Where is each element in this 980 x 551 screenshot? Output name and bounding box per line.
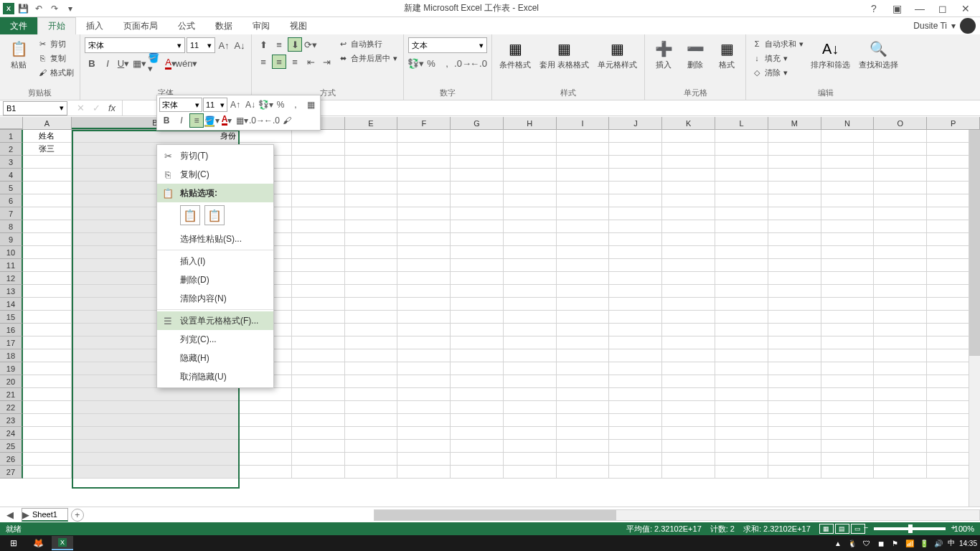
cell[interactable] (662, 220, 715, 233)
save-icon[interactable]: 💾 (16, 1, 30, 16)
cell[interactable] (397, 427, 451, 440)
col-header-n[interactable]: N (821, 117, 875, 129)
cell[interactable] (609, 349, 662, 362)
cell[interactable] (345, 466, 398, 479)
cell[interactable] (345, 143, 398, 156)
cell[interactable] (557, 143, 610, 156)
mini-format-painter-icon[interactable]: 🖌 (280, 113, 294, 128)
cell[interactable] (715, 388, 768, 401)
cell[interactable] (821, 259, 875, 272)
mini-border-icon[interactable]: ▦▾ (235, 113, 249, 128)
cell[interactable] (662, 259, 715, 272)
menu-unhide[interactable]: 取消隐藏(U) (157, 367, 273, 386)
menu-insert[interactable]: 插入(I) (157, 252, 273, 270)
cell[interactable] (504, 169, 557, 182)
cell[interactable] (504, 336, 557, 349)
cell[interactable] (504, 311, 557, 324)
cell[interactable] (397, 233, 451, 246)
cell[interactable] (874, 182, 927, 194)
italic-button[interactable]: I (100, 56, 115, 70)
cell[interactable] (292, 207, 345, 220)
wrap-text-button[interactable]: ↩自动换行 (336, 37, 399, 50)
shrink-font-icon[interactable]: A↓ (232, 38, 247, 52)
cell[interactable]: 身份 (72, 130, 239, 143)
grow-font-icon[interactable]: A↑ (217, 38, 231, 52)
cell[interactable] (72, 401, 239, 414)
cell[interactable] (768, 324, 821, 336)
cell[interactable] (557, 349, 610, 362)
cell[interactable] (504, 401, 557, 414)
cell[interactable] (23, 182, 72, 194)
cell[interactable] (821, 362, 875, 375)
cell[interactable] (292, 414, 345, 427)
cell[interactable] (821, 285, 875, 298)
cell[interactable] (768, 285, 821, 298)
cell[interactable] (345, 285, 398, 298)
phonetic-button[interactable]: wén▾ (179, 56, 194, 70)
cell[interactable] (397, 272, 451, 285)
col-header-f[interactable]: F (397, 117, 451, 129)
cell[interactable] (874, 233, 927, 246)
row-header[interactable]: 6 (0, 194, 23, 207)
cell[interactable] (397, 324, 451, 336)
cell[interactable] (504, 349, 557, 362)
tray-shield-icon[interactable]: 🛡 (862, 538, 872, 548)
cell[interactable] (345, 349, 398, 362)
mini-bold-icon[interactable]: B (159, 113, 174, 128)
cell-styles-button[interactable]: ▦单元格样式 (595, 37, 640, 70)
cell[interactable] (662, 453, 715, 466)
col-header-a[interactable]: A (23, 117, 72, 129)
cell[interactable] (504, 427, 557, 440)
select-all-corner[interactable] (0, 117, 23, 129)
cell[interactable] (345, 401, 398, 414)
cell[interactable] (874, 466, 927, 479)
cell[interactable] (345, 324, 398, 336)
cell[interactable] (397, 298, 451, 311)
cell[interactable] (397, 246, 451, 259)
cell[interactable] (345, 246, 398, 259)
cell[interactable] (874, 336, 927, 349)
cell[interactable] (397, 182, 451, 194)
cell[interactable] (345, 414, 398, 427)
tab-review[interactable]: 审阅 (242, 17, 280, 34)
cell[interactable] (874, 388, 927, 401)
cell[interactable] (874, 272, 927, 285)
cell[interactable] (609, 440, 662, 453)
cell[interactable] (609, 362, 662, 375)
cell[interactable] (874, 414, 927, 427)
cell[interactable] (874, 311, 927, 324)
cell[interactable] (609, 156, 662, 169)
mini-percent-icon[interactable]: % (273, 98, 288, 112)
row-header[interactable]: 9 (0, 233, 23, 246)
mini-inc-decimal-icon[interactable]: .0→ (250, 113, 264, 128)
cell[interactable] (768, 130, 821, 143)
cell[interactable] (715, 207, 768, 220)
copy-button[interactable]: ⎘复制 (36, 52, 75, 65)
cell[interactable] (451, 259, 504, 272)
cell[interactable] (662, 207, 715, 220)
mini-comma-icon[interactable]: , (288, 98, 303, 112)
cell[interactable] (451, 182, 504, 194)
scroll-thumb[interactable] (374, 510, 616, 520)
cell[interactable] (292, 143, 345, 156)
cell[interactable] (662, 362, 715, 375)
cell[interactable] (239, 427, 292, 440)
cell[interactable] (768, 388, 821, 401)
autosum-button[interactable]: Σ自动求和▾ (750, 37, 805, 50)
cell[interactable] (768, 453, 821, 466)
cell[interactable] (451, 375, 504, 388)
cell[interactable] (609, 246, 662, 259)
row-header[interactable]: 17 (0, 336, 23, 349)
cell[interactable] (768, 143, 821, 156)
cell[interactable] (609, 427, 662, 440)
row-header[interactable]: 14 (0, 298, 23, 311)
cut-button[interactable]: ✂剪切 (36, 37, 75, 50)
cell[interactable] (345, 233, 398, 246)
redo-icon[interactable]: ↷ (47, 1, 62, 16)
mini-dec-decimal-icon[interactable]: ←.0 (265, 113, 279, 128)
align-right-icon[interactable]: ≡ (288, 55, 302, 69)
cell[interactable] (397, 375, 451, 388)
cell[interactable] (768, 246, 821, 259)
cell[interactable] (451, 362, 504, 375)
cell[interactable] (292, 194, 345, 207)
